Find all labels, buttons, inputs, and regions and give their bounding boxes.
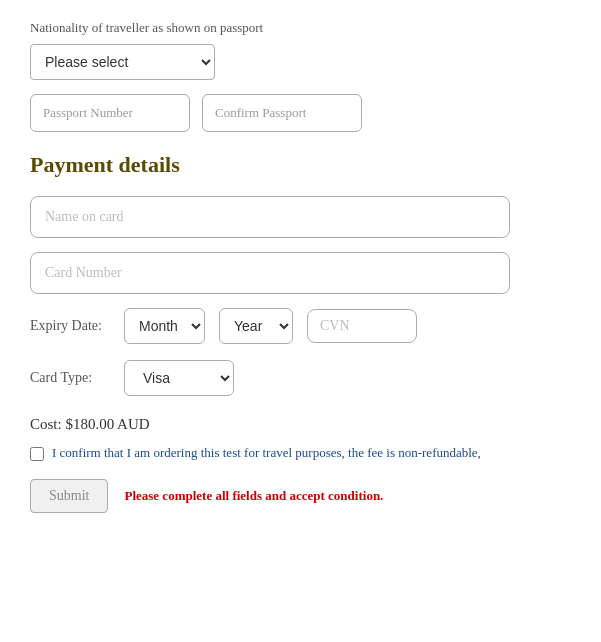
confirm-text: I confirm that I am ordering this test f… [52, 445, 481, 461]
payment-title: Payment details [30, 152, 571, 178]
submit-button[interactable]: Submit [30, 479, 108, 513]
payment-section: Payment details Expiry Date: Month 01020… [30, 152, 571, 396]
passport-number-input[interactable] [30, 94, 190, 132]
confirm-row: I confirm that I am ordering this test f… [30, 445, 571, 461]
name-on-card-input[interactable] [30, 196, 510, 238]
nationality-select[interactable]: Please select [30, 44, 215, 80]
card-number-input[interactable] [30, 252, 510, 294]
error-message: Please complete all fields and accept co… [124, 488, 383, 504]
expiry-row: Expiry Date: Month 01020304 05060708 091… [30, 308, 571, 344]
expiry-label: Expiry Date: [30, 318, 110, 334]
confirm-passport-input[interactable] [202, 94, 362, 132]
nationality-label: Nationality of traveller as shown on pas… [30, 20, 571, 36]
confirm-checkbox[interactable] [30, 447, 44, 461]
cvn-input[interactable] [307, 309, 417, 343]
cost-text: Cost: $180.00 AUD [30, 416, 571, 433]
month-select[interactable]: Month 01020304 05060708 09101112 [124, 308, 205, 344]
card-type-select[interactable]: Visa Mastercard Amex [124, 360, 234, 396]
submit-row: Submit Please complete all fields and ac… [30, 479, 571, 513]
card-type-label: Card Type: [30, 370, 110, 386]
card-type-row: Card Type: Visa Mastercard Amex [30, 360, 571, 396]
year-select[interactable]: Year 2024202520262027 202820292030 [219, 308, 293, 344]
passport-row [30, 94, 571, 132]
